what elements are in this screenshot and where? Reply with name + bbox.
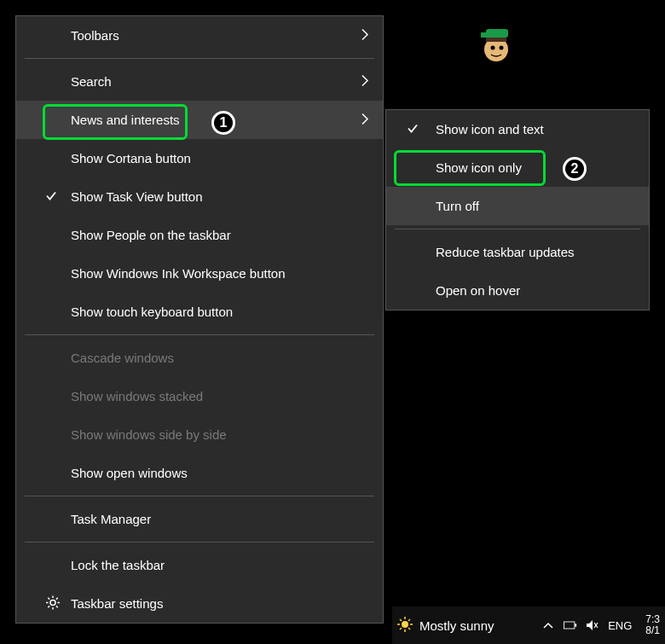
svg-line-20 <box>400 619 402 621</box>
menu-item-side-by-side: Show windows side by side <box>16 415 383 454</box>
chevron-right-icon <box>361 112 369 128</box>
separator <box>395 229 640 229</box>
separator <box>25 542 374 542</box>
menu-item-label: Show Cortana button <box>71 151 191 165</box>
tray-up-icon[interactable] <box>541 618 555 632</box>
menu-item-show-open[interactable]: Show open windows <box>16 454 383 492</box>
clock-date: 8/1 <box>645 625 660 636</box>
svg-point-6 <box>50 600 55 605</box>
menu-item-cortana[interactable]: Show Cortana button <box>16 139 383 177</box>
menu-item-label: News and interests <box>71 113 180 127</box>
svg-line-12 <box>56 606 58 607</box>
menu-item-ink[interactable]: Show Windows Ink Workspace button <box>16 254 383 293</box>
taskbar-weather[interactable]: Mostly sunny <box>397 617 494 635</box>
menu-item-label: Show Windows Ink Workspace button <box>71 266 286 281</box>
menu-item-label: Show icon and text <box>436 122 544 136</box>
news-interests-submenu: Show icon and text Show icon only Turn o… <box>385 109 650 310</box>
menu-item-cascade: Cascade windows <box>16 339 383 377</box>
menu-item-label: Search <box>71 74 112 89</box>
menu-item-label: Show windows stacked <box>71 389 203 403</box>
check-icon <box>407 122 419 136</box>
menu-item-label: Show open windows <box>71 466 188 480</box>
svg-line-22 <box>400 628 402 629</box>
taskbar-clock[interactable]: 7:3 8/1 <box>640 614 660 636</box>
svg-point-4 <box>500 46 504 50</box>
menu-item-label: Lock the taskbar <box>71 558 165 572</box>
submenu-item-turn-off[interactable]: Turn off <box>386 187 649 225</box>
menu-item-label: Show icon only <box>436 160 522 175</box>
sun-icon <box>397 617 413 635</box>
menu-item-stacked: Show windows stacked <box>16 377 383 415</box>
submenu-item-icon-text[interactable]: Show icon and text <box>386 110 649 148</box>
menu-item-label: Toolbars <box>71 28 119 43</box>
menu-item-label: Task Manager <box>71 512 151 526</box>
separator <box>25 58 374 59</box>
menu-item-label: Show Task View button <box>71 189 203 204</box>
menu-item-news-interests[interactable]: News and interests <box>16 101 383 139</box>
menu-item-label: Reduce taskbar updates <box>436 245 575 259</box>
svg-point-15 <box>402 621 408 628</box>
language-indicator[interactable]: ENG <box>608 619 632 632</box>
menu-item-lock-taskbar[interactable]: Lock the taskbar <box>16 546 383 584</box>
separator <box>25 334 374 335</box>
svg-rect-24 <box>564 622 575 629</box>
avatar <box>474 26 515 70</box>
menu-item-toolbars[interactable]: Toolbars <box>16 16 383 55</box>
menu-item-label: Show touch keyboard button <box>71 305 233 319</box>
chevron-right-icon <box>361 73 369 90</box>
menu-item-touch-keyboard[interactable]: Show touch keyboard button <box>16 293 383 331</box>
gear-icon <box>45 595 61 612</box>
svg-rect-25 <box>575 624 576 627</box>
svg-rect-1 <box>481 32 489 38</box>
battery-icon[interactable] <box>564 618 577 632</box>
menu-item-label: Cascade windows <box>71 351 174 365</box>
submenu-item-open-hover[interactable]: Open on hover <box>386 271 649 310</box>
separator <box>25 496 374 496</box>
svg-rect-5 <box>486 38 506 42</box>
taskbar-context-menu: Toolbars Search News and interests Show … <box>15 15 384 624</box>
menu-item-label: Show windows side by side <box>71 427 227 442</box>
volume-icon[interactable] <box>586 618 599 632</box>
menu-item-taskbar-settings[interactable]: Taskbar settings <box>16 584 383 623</box>
weather-label: Mostly sunny <box>419 618 494 633</box>
svg-line-14 <box>56 597 58 599</box>
menu-item-people[interactable]: Show People on the taskbar <box>16 216 383 254</box>
svg-line-13 <box>48 606 49 607</box>
submenu-item-reduce-updates[interactable]: Reduce taskbar updates <box>386 233 649 271</box>
menu-item-label: Taskbar settings <box>71 596 163 611</box>
submenu-item-icon-only[interactable]: Show icon only <box>386 148 649 187</box>
menu-item-task-manager[interactable]: Task Manager <box>16 500 383 538</box>
check-icon <box>45 189 57 204</box>
svg-line-11 <box>48 597 49 599</box>
chevron-right-icon <box>361 27 369 44</box>
svg-point-3 <box>491 46 495 50</box>
taskbar: Mostly sunny ENG 7:3 8/1 <box>392 606 665 644</box>
menu-item-label: Turn off <box>436 199 479 213</box>
svg-line-23 <box>408 619 410 621</box>
menu-item-search[interactable]: Search <box>16 62 383 101</box>
svg-line-21 <box>408 628 410 629</box>
menu-item-label: Open on hover <box>436 283 520 298</box>
menu-item-task-view[interactable]: Show Task View button <box>16 177 383 216</box>
menu-item-label: Show People on the taskbar <box>71 228 231 242</box>
